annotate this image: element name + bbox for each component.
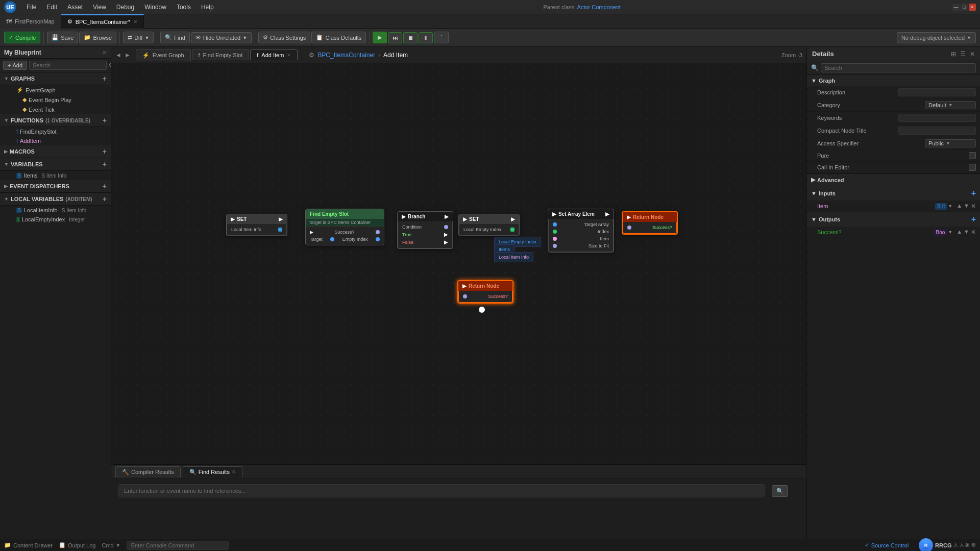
stop-button[interactable]: ⏹ <box>403 32 418 43</box>
tree-item-event-tick[interactable]: ◆ Event Tick <box>0 105 111 114</box>
tab-add-item[interactable]: f Add Item ✕ <box>250 49 298 60</box>
call-in-editor-checkbox[interactable] <box>969 164 976 171</box>
local-variables-header[interactable]: ▼ LOCAL VARIABLES (ADDITEM) + <box>0 193 111 206</box>
play-button[interactable]: ▶ <box>373 32 387 43</box>
tab-bpc-close[interactable]: ✕ <box>133 19 137 24</box>
find-results-search-button[interactable]: 🔍 <box>772 485 788 497</box>
macros-add-button[interactable]: + <box>103 147 107 156</box>
node-set-array-elem[interactable]: ▶ Set Array Elem ▶ Target Array Index <box>548 209 614 253</box>
advanced-label: Advanced <box>817 177 844 183</box>
advanced-section-header[interactable]: ▶ Advanced <box>807 174 980 186</box>
event-dispatchers-header[interactable]: ▶ EVENT DISPATCHERS + <box>0 180 111 193</box>
input-move-up-icon[interactable]: ▲ <box>957 203 962 210</box>
nav-back-icon[interactable]: ◄ <box>115 52 121 59</box>
content-drawer-button[interactable]: 📁 Content Drawer <box>4 542 53 548</box>
inputs-section-header[interactable]: ▼ Inputs + <box>807 186 980 201</box>
ed-add-button[interactable]: + <box>103 182 107 190</box>
compile-button[interactable]: ✓ Compile <box>4 32 40 43</box>
outputs-section-header[interactable]: ▼ Outputs + <box>807 212 980 227</box>
source-control[interactable]: ✓ Source Control <box>865 542 909 548</box>
tab-event-graph[interactable]: ⚡ Event Graph <box>136 49 191 61</box>
minimize-button[interactable]: — <box>952 4 960 11</box>
find-results-input[interactable] <box>118 484 765 497</box>
compact-node-title-input[interactable] <box>898 127 976 135</box>
node-set-2[interactable]: ▶ SET ▶ Local Empty Index <box>458 214 520 236</box>
tree-item-event-begin-play[interactable]: ◆ Event Begin Play <box>0 95 111 105</box>
node-branch[interactable]: ▶ Branch ▶ Condition True ▶ False <box>397 211 453 249</box>
tab-compiler-results[interactable]: 🔨 Compiler Results <box>115 466 181 478</box>
tree-item-localemptyindex[interactable]: I LocalEmptyIndex Integer <box>0 215 111 224</box>
find-button[interactable]: 🔍 Find <box>160 32 189 43</box>
details-search-input[interactable] <box>821 63 976 72</box>
pause-button[interactable]: ⏸ <box>419 32 433 43</box>
diff-button[interactable]: ⇄ Diff ▼ <box>123 32 154 43</box>
menu-tools[interactable]: Tools <box>173 3 195 12</box>
breadcrumb-arrow: › <box>378 52 380 59</box>
input-move-down-icon[interactable]: ▼ <box>964 203 969 210</box>
functions-section-header[interactable]: ▼ FUNCTIONS (1 OVERRIDABLE) + <box>0 114 111 127</box>
graphs-add-button[interactable]: + <box>103 74 107 83</box>
add-item-tab-close[interactable]: ✕ <box>287 53 291 58</box>
menu-debug[interactable]: Debug <box>112 3 138 12</box>
keywords-input[interactable] <box>898 114 976 122</box>
tree-item-additem[interactable]: f AddItem <box>0 136 111 145</box>
functions-add-button[interactable]: + <box>103 116 107 124</box>
input-delete-button[interactable]: ✕ <box>971 203 976 210</box>
menu-edit[interactable]: Edit <box>42 3 61 12</box>
breadcrumb-root[interactable]: BPC_ItemsContainer <box>317 52 375 59</box>
tab-bpc-items[interactable]: ⚙ BPC_ItemsContainer* ✕ <box>61 14 144 29</box>
node-return-2[interactable]: ▶ Return Node Success? <box>457 280 513 304</box>
tab-find-results[interactable]: 🔍 Find Results ✕ <box>183 466 242 478</box>
tree-item-findemptyslot[interactable]: f FindEmptySlot <box>0 127 111 136</box>
output-delete-button[interactable]: ✕ <box>971 229 976 236</box>
access-specifier-dropdown[interactable]: Public ▼ <box>925 139 976 147</box>
tab-firstpersonmap[interactable]: 🗺 FirstPersonMap <box>0 14 61 29</box>
tree-item-items-var[interactable]: S Items S Item Info <box>0 171 111 180</box>
menu-help[interactable]: Help <box>197 3 218 12</box>
search-input[interactable] <box>29 61 107 70</box>
find-results-close[interactable]: ✕ <box>232 469 236 474</box>
outputs-add-button[interactable]: + <box>971 215 976 224</box>
browse-button[interactable]: 📁 Browse <box>79 32 116 43</box>
output-move-down-icon[interactable]: ▼ <box>964 229 969 236</box>
node-find-empty-slot[interactable]: Find Empty Slot Target is BPC Items Cont… <box>305 209 384 245</box>
save-button[interactable]: 💾 Save <box>47 32 78 43</box>
output-move-up-icon[interactable]: ▲ <box>957 229 962 236</box>
details-close[interactable]: ✕ <box>970 51 975 58</box>
description-input[interactable] <box>898 88 976 96</box>
step-button[interactable]: ⏭ <box>388 32 402 43</box>
close-button[interactable]: ✕ <box>969 4 976 11</box>
node-set-1[interactable]: ▶ SET ▶ Local Item Info <box>226 214 287 236</box>
add-button[interactable]: + Add <box>3 61 27 70</box>
hide-unrelated-dropdown: ▼ <box>242 35 247 40</box>
nav-forward-icon[interactable]: ► <box>125 52 131 59</box>
inputs-add-button[interactable]: + <box>971 189 976 198</box>
my-blueprint-close[interactable]: ✕ <box>102 49 107 56</box>
tree-item-localiteminfo[interactable]: S LocalItemInfo S Item Info <box>0 206 111 215</box>
pure-checkbox[interactable] <box>969 152 976 159</box>
graphs-section-header[interactable]: ▼ GRAPHS + <box>0 72 111 85</box>
console-command-input[interactable] <box>127 541 229 550</box>
class-defaults-button[interactable]: 📋 Class Defaults <box>311 32 366 43</box>
tab-find-empty-slot[interactable]: f Find Empty Slot <box>192 49 250 60</box>
node-return-1[interactable]: ▶ Return Node Success? <box>622 211 678 235</box>
hide-unrelated-button[interactable]: 👁 Hide Unrelated ▼ <box>191 32 252 43</box>
graph-section-header[interactable]: ▼ Graph <box>807 75 980 86</box>
menu-window[interactable]: Window <box>140 3 170 12</box>
category-dropdown[interactable]: Default ▼ <box>925 101 976 109</box>
debug-selector[interactable]: No debug object selected ▼ <box>897 32 976 43</box>
class-settings-button[interactable]: ⚙ Class Settings <box>258 32 310 43</box>
lv-add-button[interactable]: + <box>103 195 107 203</box>
details-view-toggle[interactable]: ⊞ <box>951 51 956 58</box>
details-list-toggle[interactable]: ☰ <box>960 51 966 58</box>
toolbar-options-button[interactable]: ⋮ <box>434 32 449 43</box>
tree-item-eventgraph[interactable]: ⚡ EventGraph <box>0 85 111 95</box>
variables-add-button[interactable]: + <box>103 160 107 168</box>
macros-section-header[interactable]: ▶ MACROS + <box>0 145 111 158</box>
output-log-button[interactable]: 📋 Output Log <box>59 542 95 548</box>
variables-section-header[interactable]: ▼ VARIABLES + <box>0 158 111 171</box>
menu-file[interactable]: File <box>22 3 40 12</box>
menu-view[interactable]: View <box>89 3 110 12</box>
menu-asset[interactable]: Asset <box>63 3 87 12</box>
maximize-button[interactable]: □ <box>961 4 968 11</box>
